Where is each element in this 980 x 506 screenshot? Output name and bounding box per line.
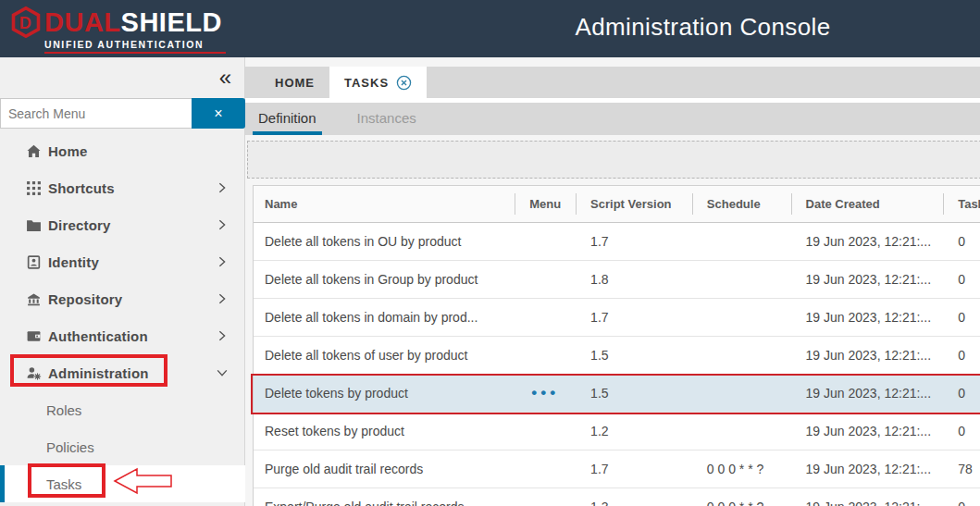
cell-schedule: 0 0 0 * * ?	[692, 462, 791, 476]
sidebar-item-authentication[interactable]: Authentication	[0, 317, 245, 354]
cell-name: Delete tokens by product	[254, 386, 515, 401]
table-row[interactable]: Reset tokens by product1.219 Jun 2023, 1…	[254, 413, 980, 450]
cell-name: Delete all tokens in domain by prod...	[254, 310, 515, 325]
subtab-definition[interactable]: Definition	[253, 103, 322, 135]
table-row[interactable]: Delete all tokens in Group by product1.8…	[254, 261, 980, 299]
app-header: D DUALSHIELD UNIFIED AUTHENTICATION Admi…	[0, 0, 980, 57]
cell-date-created: 19 Jun 2023, 12:21:...	[791, 500, 944, 506]
search-clear-button[interactable]: ×	[192, 98, 245, 129]
tab-tasks[interactable]: TASKS	[329, 67, 427, 98]
cell-script-version: 1.3	[576, 500, 692, 506]
subtab-bar: DefinitionInstances	[245, 103, 980, 135]
table-row[interactable]: Delete all tokens of user by product1.51…	[254, 337, 980, 375]
sidebar-item-administration[interactable]: Administration	[0, 354, 245, 391]
table-row[interactable]: Purge old audit trail records1.70 0 0 * …	[254, 450, 980, 488]
page-title: Administration Console	[0, 13, 980, 42]
sidebar-item-home[interactable]: Home	[0, 132, 245, 169]
sidebar-subitem-roles[interactable]: Roles	[0, 391, 245, 428]
chevron-right-icon	[216, 292, 229, 305]
search-input[interactable]	[0, 98, 192, 129]
column-header-script-version[interactable]: Script Version	[576, 186, 692, 222]
table-row[interactable]: Delete all tokens in OU by product1.719 …	[254, 223, 980, 261]
sidebar-collapse-icon[interactable]: «	[219, 67, 231, 89]
administration-icon	[26, 365, 42, 381]
repository-icon	[26, 291, 42, 307]
toolbar-dropzone	[247, 141, 980, 179]
cell-name: Delete all tokens in OU by product	[254, 234, 515, 249]
cell-date-created: 19 Jun 2023, 12:21:...	[791, 386, 944, 401]
tab-bar: HOMETASKS	[245, 67, 980, 98]
sidebar-item-label: Home	[48, 143, 87, 159]
cell-name: Export/Purge old audit trail records	[254, 500, 515, 506]
cell-task: 0	[943, 386, 980, 401]
column-header-name[interactable]: Name	[254, 186, 515, 222]
cell-date-created: 19 Jun 2023, 12:21:...	[791, 348, 944, 363]
sidebar-subitem-tasks[interactable]: Tasks	[0, 465, 245, 502]
tab-label: TASKS	[344, 76, 389, 90]
table-row[interactable]: Delete all tokens in domain by prod...1.…	[254, 299, 980, 337]
cell-task: 0	[943, 500, 980, 506]
cell-task: 0	[943, 272, 980, 287]
column-header-task[interactable]: Task	[943, 186, 980, 222]
sidebar-item-label: Administration	[48, 365, 149, 381]
cell-script-version: 1.8	[576, 272, 692, 287]
cell-task: 0	[943, 234, 980, 249]
column-header-schedule[interactable]: Schedule	[692, 186, 791, 222]
cell-script-version: 1.5	[576, 348, 692, 363]
cell-script-version: 1.7	[576, 462, 692, 476]
tab-close-icon[interactable]	[396, 75, 412, 91]
chevron-right-icon	[216, 181, 229, 194]
table-row[interactable]: Delete tokens by product•••1.519 Jun 202…	[254, 375, 980, 413]
cell-date-created: 19 Jun 2023, 12:21:...	[791, 462, 944, 476]
directory-icon	[26, 217, 42, 233]
sidebar-item-directory[interactable]: Directory	[0, 206, 245, 243]
cell-date-created: 19 Jun 2023, 12:21:...	[791, 234, 944, 249]
table-row[interactable]: Export/Purge old audit trail records1.30…	[254, 488, 980, 506]
cell-script-version: 1.5	[576, 386, 692, 401]
cell-date-created: 19 Jun 2023, 12:21:...	[791, 272, 944, 287]
cell-name: Delete all tokens of user by product	[254, 348, 515, 363]
column-header-date-created[interactable]: Date Created	[791, 186, 944, 222]
sidebar-item-label: Repository	[48, 291, 122, 307]
cell-name: Purge old audit trail records	[254, 462, 515, 476]
cell-task: 0	[943, 310, 980, 325]
home-icon	[26, 143, 42, 159]
sidebar: « × HomeShortcutsDirectoryIdentityReposi…	[0, 57, 245, 506]
row-actions-ellipsis-icon[interactable]: •••	[515, 384, 576, 402]
cell-task: 0	[943, 424, 980, 438]
chevron-right-icon	[216, 329, 229, 342]
shortcuts-icon	[26, 180, 42, 196]
sidebar-subitem-policies[interactable]: Policies	[0, 428, 245, 465]
cell-script-version: 1.2	[576, 424, 692, 438]
tab-home[interactable]: HOME	[260, 67, 329, 98]
cell-name: Delete all tokens in Group by product	[254, 272, 515, 287]
tab-label: HOME	[275, 76, 315, 90]
chevron-down-icon	[216, 366, 229, 379]
identity-icon	[26, 254, 42, 270]
sidebar-item-identity[interactable]: Identity	[0, 243, 245, 280]
tasks-table: NameMenuScript VersionScheduleDate Creat…	[253, 185, 980, 506]
sidebar-item-label: Identity	[48, 254, 99, 270]
cell-task: 0	[943, 348, 980, 363]
sidebar-menu: HomeShortcutsDirectoryIdentityRepository…	[0, 132, 245, 502]
sidebar-item-label: Directory	[48, 217, 111, 233]
chevron-right-icon	[216, 255, 229, 268]
chevron-right-icon	[216, 218, 229, 231]
cell-schedule: 0 0 0 * * ?	[692, 500, 791, 506]
authentication-icon	[26, 328, 42, 344]
table-body: Delete all tokens in OU by product1.719 …	[254, 223, 980, 506]
cell-date-created: 19 Jun 2023, 12:21:...	[791, 424, 944, 438]
cell-script-version: 1.7	[576, 234, 692, 249]
cell-task: 78	[943, 462, 980, 476]
close-icon: ×	[214, 105, 222, 121]
subtab-instances[interactable]: Instances	[352, 103, 422, 135]
column-header-menu[interactable]: Menu	[515, 186, 576, 222]
sidebar-item-label: Authentication	[48, 328, 148, 344]
cell-name: Reset tokens by product	[254, 424, 515, 438]
cell-date-created: 19 Jun 2023, 12:21:...	[791, 310, 944, 325]
table-header-row: NameMenuScript VersionScheduleDate Creat…	[254, 186, 980, 223]
sidebar-item-repository[interactable]: Repository	[0, 280, 245, 317]
cell-script-version: 1.7	[576, 310, 692, 325]
sidebar-item-label: Shortcuts	[48, 180, 115, 196]
sidebar-item-shortcuts[interactable]: Shortcuts	[0, 169, 245, 206]
